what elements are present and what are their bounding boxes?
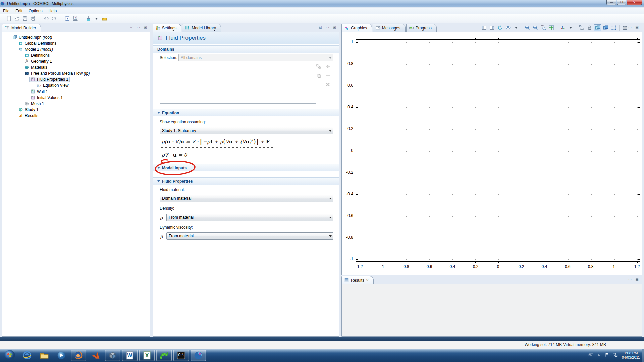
add-button[interactable]	[325, 63, 331, 69]
remove-button[interactable]	[325, 72, 331, 78]
panel-minimize-icon[interactable]: ▭	[628, 277, 632, 281]
panel-detach-icon[interactable]: ◱	[318, 25, 323, 29]
axis-triad-button[interactable]	[559, 24, 566, 31]
tree-item-equation-view[interactable]: ∂u∂t:fEquation View	[37, 82, 69, 88]
panel-maximize-icon[interactable]: ▣	[635, 25, 639, 29]
plot-area[interactable]	[356, 39, 640, 262]
tree-item-mesh-1[interactable]: Mesh 1	[24, 101, 44, 107]
documentation-button[interactable]: ?	[71, 15, 79, 22]
fluid-properties-section-bar[interactable]: Fluid Properties	[153, 177, 339, 185]
selection-combo[interactable]: All domains	[178, 54, 333, 61]
tree-item-initial-values-1[interactable]: Initial Values 1	[31, 95, 63, 101]
domain-list[interactable]	[160, 64, 316, 104]
panel-door-button[interactable]	[488, 24, 496, 31]
panel-maximize-icon[interactable]: ▣	[332, 25, 337, 29]
panel-maximize-icon[interactable]: ▣	[635, 277, 639, 281]
tree-item-free-and-porous-media-flow[interactable]: Free and Porous Media Flow (fp)	[24, 70, 90, 76]
caret-down-button[interactable]	[92, 15, 100, 22]
model-inputs-section-bar[interactable]: Model Inputs	[153, 164, 339, 171]
panel-minimize-icon[interactable]: ▭	[325, 25, 330, 29]
paste-selection-button[interactable]	[315, 72, 321, 78]
zoom-out-button[interactable]	[532, 24, 539, 31]
help-button[interactable]: ?	[63, 15, 71, 22]
menu-help[interactable]: Help	[45, 8, 60, 14]
tray-tray-caret[interactable]	[596, 352, 601, 358]
taskbar-cmd[interactable]: C:\_	[173, 350, 189, 361]
rotate-button[interactable]	[496, 24, 504, 31]
panel-menu-icon[interactable]: ▽	[129, 25, 133, 29]
menu-file[interactable]: File	[0, 8, 12, 14]
results-tab[interactable]: Results ✕	[341, 276, 374, 284]
tab-model-library[interactable]: Model Library	[182, 24, 221, 32]
close-button[interactable]: ✕	[627, 0, 642, 5]
tray-network[interactable]	[612, 352, 618, 358]
menu-edit[interactable]: Edit	[12, 8, 25, 14]
viscosity-combo[interactable]: From material	[166, 232, 333, 240]
restore-button[interactable]: ❐	[617, 0, 626, 5]
tree-item-study-1[interactable]: Study 1	[18, 107, 39, 113]
show-desktop-button[interactable]	[642, 349, 644, 362]
zoom-extents-button[interactable]	[548, 24, 555, 31]
taskbar-firefox[interactable]	[71, 350, 86, 361]
tree-item-global-definitions[interactable]: Global Definitions	[18, 40, 56, 46]
tree-item-fluid-properties-1[interactable]: Fluid Properties 1	[31, 76, 70, 82]
taskbar-ie[interactable]	[19, 350, 35, 361]
redo-button[interactable]	[50, 15, 58, 22]
equation-section-bar[interactable]: Equation	[153, 109, 339, 116]
taskbar-word[interactable]: W	[122, 350, 138, 361]
new-button[interactable]	[5, 15, 13, 22]
taskbar-excel[interactable]: X	[139, 350, 155, 361]
tree-item-materials[interactable]: Materials	[24, 64, 47, 70]
model-builder-tab[interactable]: Model Builder	[2, 24, 41, 32]
tray-flag[interactable]	[604, 352, 609, 358]
lock-button[interactable]	[586, 24, 593, 31]
scene-button[interactable]	[602, 24, 609, 31]
density-combo[interactable]: From material	[166, 214, 333, 221]
zoom-in-button[interactable]	[524, 24, 531, 31]
close-tab-icon[interactable]: ✕	[366, 278, 369, 282]
panel-minimize-icon[interactable]: ▭	[628, 25, 632, 29]
transparency-button[interactable]	[594, 24, 601, 31]
tab-graphics[interactable]: Graphics	[341, 24, 372, 32]
taskbar-media-player[interactable]	[54, 350, 69, 361]
taskbar-comsol-cube[interactable]	[105, 350, 120, 361]
taskbar-matlab[interactable]	[88, 350, 103, 361]
taskbar-start[interactable]	[2, 350, 17, 361]
panel-left-button[interactable]	[480, 24, 488, 31]
view-eye-button[interactable]	[504, 24, 512, 31]
menu-options[interactable]: Options	[25, 8, 45, 14]
zoom-box-button[interactable]	[540, 24, 547, 31]
media-player-icon	[57, 351, 66, 360]
fluid-material-combo[interactable]: Domain material	[160, 195, 333, 202]
copy-selection-button[interactable]	[315, 63, 321, 69]
panel-minimize-icon[interactable]: ▭	[136, 25, 141, 29]
caret-down-button[interactable]	[567, 24, 574, 31]
print-button[interactable]	[29, 15, 37, 22]
clock[interactable]: 1:08 PM04/03/2011	[622, 351, 640, 360]
undo-button[interactable]	[42, 15, 50, 22]
tree-item-model-1[interactable]: Model 1 (mod1)	[18, 46, 53, 52]
select-frame-button[interactable]	[578, 24, 585, 31]
tab-settings[interactable]: Settings	[153, 24, 181, 32]
taskbar-comsol[interactable]	[191, 350, 206, 361]
tree-item-definitions[interactable]: Definitions	[24, 52, 50, 58]
caret-down-button[interactable]	[513, 24, 520, 31]
tree-item-results[interactable]: Results	[18, 113, 38, 119]
tab-messages[interactable]: Messages	[373, 24, 406, 32]
save-button[interactable]	[21, 15, 29, 22]
taskbar-explorer[interactable]	[37, 350, 52, 361]
study-combo[interactable]: Study 1, Stationary	[160, 127, 333, 134]
clear-selection-button[interactable]	[325, 81, 331, 87]
tab-progress[interactable]: Progress	[406, 24, 437, 32]
panel-maximize-icon[interactable]: ▣	[143, 25, 148, 29]
open-button[interactable]	[13, 15, 21, 22]
taskbar-caterpillar[interactable]	[156, 350, 172, 361]
tree-item-wall-1[interactable]: Wall 1	[31, 88, 48, 95]
tree-item-untitled-mph[interactable]: Untitled.mph (root)	[12, 34, 52, 40]
tray-keyboard[interactable]	[588, 352, 593, 358]
measure-ruler-button[interactable]	[100, 15, 108, 22]
wireframe-button[interactable]	[610, 24, 618, 31]
clear-brush-button[interactable]	[84, 15, 92, 22]
minimize-button[interactable]: —	[606, 0, 616, 5]
tree-item-geometry-1[interactable]: Geometry 1	[24, 58, 52, 64]
